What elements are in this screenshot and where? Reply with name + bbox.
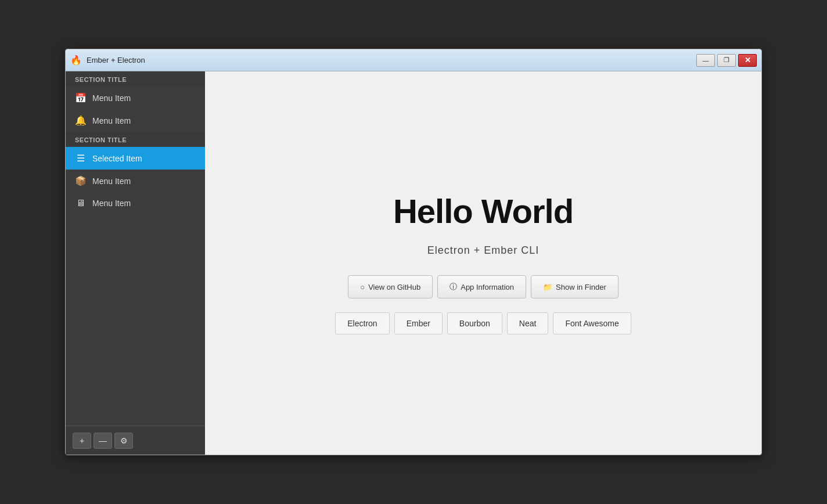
finder-button-label: Show in Finder xyxy=(556,283,606,291)
app-info-button[interactable]: ⓘ App Information xyxy=(437,275,526,298)
sidebar-item-5[interactable]: 🖥 Menu Item xyxy=(66,192,205,214)
folder-icon: 📁 xyxy=(543,283,552,291)
ember-tag[interactable]: Ember xyxy=(394,312,443,334)
action-buttons: ○ View on GitHub ⓘ App Information 📁 Sho… xyxy=(348,275,618,298)
sidebar: SECTION TITLE 📅 Menu Item 🔔 Menu Item SE… xyxy=(66,71,205,455)
sidebar-item-4[interactable]: 📦 Menu Item xyxy=(66,170,205,192)
fontawesome-tag[interactable]: Font Awesome xyxy=(553,312,631,334)
content-area: Hello World Electron + Ember CLI ○ View … xyxy=(205,71,761,455)
info-icon: ⓘ xyxy=(450,282,457,292)
bell-icon: 🔔 xyxy=(75,115,87,126)
tag-buttons: Electron Ember Bourbon Neat Font Awesome xyxy=(335,312,631,334)
main-content: SECTION TITLE 📅 Menu Item 🔔 Menu Item SE… xyxy=(66,71,761,455)
sidebar-item-selected[interactable]: ☰ Selected Item xyxy=(66,147,205,170)
add-button[interactable]: + xyxy=(73,433,91,449)
finder-button[interactable]: 📁 Show in Finder xyxy=(531,275,619,298)
remove-button[interactable]: — xyxy=(94,433,112,449)
minimize-button[interactable]: — xyxy=(696,54,715,67)
electron-tag[interactable]: Electron xyxy=(335,312,389,334)
sidebar-item-2-label: Menu Item xyxy=(92,116,131,125)
bourbon-tag[interactable]: Bourbon xyxy=(447,312,502,334)
section-title-2: SECTION TITLE xyxy=(66,132,205,147)
settings-button[interactable]: ⚙ xyxy=(114,433,133,449)
neat-tag[interactable]: Neat xyxy=(507,312,549,334)
sidebar-item-1-label: Menu Item xyxy=(92,93,131,103)
sidebar-body: SECTION TITLE 📅 Menu Item 🔔 Menu Item SE… xyxy=(66,71,205,426)
sidebar-selected-label: Selected Item xyxy=(92,154,142,163)
sidebar-item-1[interactable]: 📅 Menu Item xyxy=(66,87,205,109)
github-button[interactable]: ○ View on GitHub xyxy=(348,275,433,298)
hero-subtitle: Electron + Ember CLI xyxy=(427,244,540,257)
section-title-1: SECTION TITLE xyxy=(66,71,205,87)
sidebar-item-4-label: Menu Item xyxy=(92,177,131,186)
box-icon: 📦 xyxy=(75,175,87,186)
restore-button[interactable]: ❐ xyxy=(717,54,736,67)
sidebar-item-2[interactable]: 🔔 Menu Item xyxy=(66,109,205,132)
calendar-icon: 📅 xyxy=(75,92,87,103)
sidebar-item-5-label: Menu Item xyxy=(92,199,131,208)
github-button-label: View on GitHub xyxy=(368,283,420,291)
app-icon: 🔥 xyxy=(70,55,82,66)
hero-title: Hello World xyxy=(393,192,573,231)
app-window: 🔥 Ember + Electron — ❐ ✕ SECTION TITLE 📅… xyxy=(65,49,762,455)
window-controls: — ❐ ✕ xyxy=(696,54,757,67)
window-title: Ember + Electron xyxy=(87,56,696,64)
title-bar: 🔥 Ember + Electron — ❐ ✕ xyxy=(66,49,761,71)
app-info-button-label: App Information xyxy=(461,283,514,291)
list-icon: ☰ xyxy=(75,153,87,164)
close-button[interactable]: ✕ xyxy=(738,54,757,67)
github-icon: ○ xyxy=(360,283,365,291)
sidebar-footer: + — ⚙ xyxy=(66,426,205,455)
monitor-icon: 🖥 xyxy=(75,198,87,208)
